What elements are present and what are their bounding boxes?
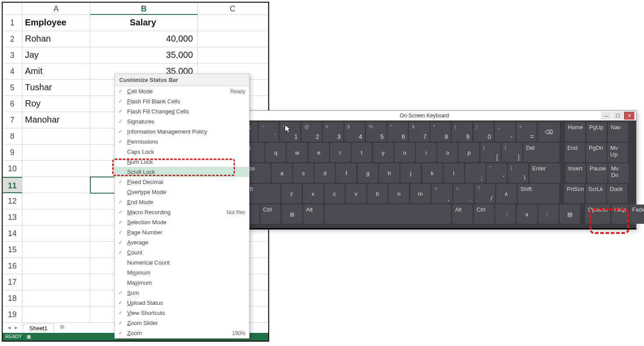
row-header[interactable]: 2 [3,31,22,47]
key-ctrl[interactable]: Ctrl [474,205,494,224]
menu-item-zoom-slider[interactable]: ✓Zoom Slider [115,318,249,328]
key-key[interactable]: _- [495,122,515,141]
cell-A4[interactable]: Amit [22,64,90,80]
key-key[interactable]: "' [487,163,507,183]
key-key[interactable]: ∧ [496,184,516,203]
cell-B1[interactable]: Salary [90,15,198,31]
select-all-corner[interactable] [3,3,22,15]
key-r[interactable]: r [330,143,350,162]
key-pause[interactable]: Pause [587,163,607,183]
key-n[interactable]: n [389,184,409,203]
key-key[interactable] [325,205,451,224]
key-key[interactable]: ~` [259,122,279,141]
cell-A19[interactable] [22,307,90,323]
key-nav[interactable]: Nav [608,122,628,141]
key-enter[interactable]: Enter [530,163,560,183]
cell-A8[interactable] [22,128,90,145]
close-button[interactable]: ✕ [624,112,634,120]
key-6[interactable]: ^6 [388,122,408,141]
add-sheet-button[interactable]: ⊕ [57,323,67,333]
menu-item-selection-mode[interactable]: ✓Selection Mode [115,217,249,227]
key-key[interactable]: :; [465,163,485,183]
menu-item-count[interactable]: ✓Count [115,247,249,258]
menu-item-overtype-mode[interactable]: Overtype Mode [115,187,249,197]
row-header[interactable]: 5 [3,80,22,96]
key-7[interactable]: &7 [409,122,429,141]
key-9[interactable]: (9 [452,122,472,141]
key-help[interactable]: Help [612,205,628,224]
row-header[interactable]: 8 [3,128,22,145]
row-header[interactable]: 10 [3,161,22,177]
cell-A3[interactable]: Jay [22,47,90,64]
key-mvdn[interactable]: Mv Dn [608,163,629,183]
col-header-c[interactable]: C [198,3,268,15]
menu-item-num-lock[interactable]: Num Lock [115,157,249,167]
key-alt[interactable]: Alt [452,205,473,224]
key-8[interactable]: *8 [431,122,451,141]
maximize-button[interactable]: ☐ [612,112,623,120]
cell-A9[interactable] [22,145,90,161]
key-end[interactable]: End [565,143,585,162]
key-i[interactable]: i [416,143,436,162]
key-d[interactable]: d [315,163,335,183]
key-m[interactable]: m [410,184,431,203]
key-key[interactable]: |\ [508,163,528,183]
row-header[interactable]: 15 [3,242,22,258]
menu-item-view-shortcuts[interactable]: ✓View Shortcuts [115,308,249,318]
row-header[interactable]: 14 [3,226,22,242]
cell-A6[interactable]: Roy [22,96,90,112]
key-key[interactable]: 〉 [538,205,559,224]
menu-item-sum[interactable]: ✓Sum [115,288,249,298]
menu-item-cell-mode[interactable]: ✓Cell ModeReady [115,86,249,96]
key-f[interactable]: f [336,163,356,183]
minimize-button[interactable]: — [601,112,612,120]
key-e[interactable]: e [309,143,329,162]
menu-item-page-number[interactable]: ✓Page Number [115,227,249,237]
row-header[interactable]: 7 [3,112,22,128]
key-home[interactable]: Home [565,122,585,141]
cell-A13[interactable] [22,209,90,226]
col-header-b[interactable]: B [90,3,198,15]
key-key[interactable]: ⊞ [282,205,302,224]
key-4[interactable]: $4 [345,122,365,141]
key-a[interactable]: a [272,163,292,183]
menu-item-macro-recording[interactable]: ✓Macro RecordingNot Rec [115,207,249,217]
key-insert[interactable]: Insert [566,163,586,183]
menu-item-minimum[interactable]: Minimum [115,268,249,278]
key-prtscn[interactable]: PrtScn [564,184,584,203]
key-5[interactable]: %5 [366,122,386,141]
key-h[interactable]: h [379,163,399,183]
key-x[interactable]: x [303,184,323,203]
menu-item-end-mode[interactable]: ✓End Mode [115,197,249,207]
row-header[interactable]: 1 [3,15,22,31]
row-header[interactable]: 19 [3,307,22,323]
key-j[interactable]: j [401,163,421,183]
sheet-nav-next[interactable]: ► [13,325,19,331]
key-l[interactable]: l [444,163,464,183]
key-del[interactable]: Del [523,143,559,162]
key-mvup[interactable]: Mv Up [608,143,628,162]
key-ctrl[interactable]: Ctrl [260,205,281,224]
menu-item-information-management-policy[interactable]: ✓Information Management Policy [115,127,249,137]
key-s[interactable]: s [293,163,313,183]
cell-C2[interactable] [198,31,268,47]
cell-A1[interactable]: Employee [22,15,90,31]
key-key[interactable]: 〈 [495,205,516,224]
menu-item-flash-fill-changed-cells[interactable]: ✓Flash Fill Changed Cells [115,106,249,117]
key-v[interactable]: v [346,184,366,203]
cell-A5[interactable]: Tushar [22,80,90,96]
cell-A17[interactable] [22,274,90,290]
menu-item-scroll-lock[interactable]: Scroll Lock [115,167,249,177]
key-key[interactable]: += [516,122,537,141]
cell-B2[interactable]: 40,000 [90,31,198,47]
key-key[interactable]: <, [432,184,452,203]
key-fade[interactable]: Fade [630,205,644,224]
key-dock[interactable]: Dock [607,184,627,203]
menu-item-fixed-decimal[interactable]: ✓Fixed Decimal [115,177,249,187]
menu-item-zoom[interactable]: ✓Zoom190% [115,328,249,338]
key-0[interactable]: )0 [473,122,494,141]
row-header[interactable]: 11 [3,177,22,193]
key-key[interactable]: ∨ [517,205,537,224]
row-header[interactable]: 6 [3,96,22,112]
row-header[interactable]: 4 [3,64,22,80]
